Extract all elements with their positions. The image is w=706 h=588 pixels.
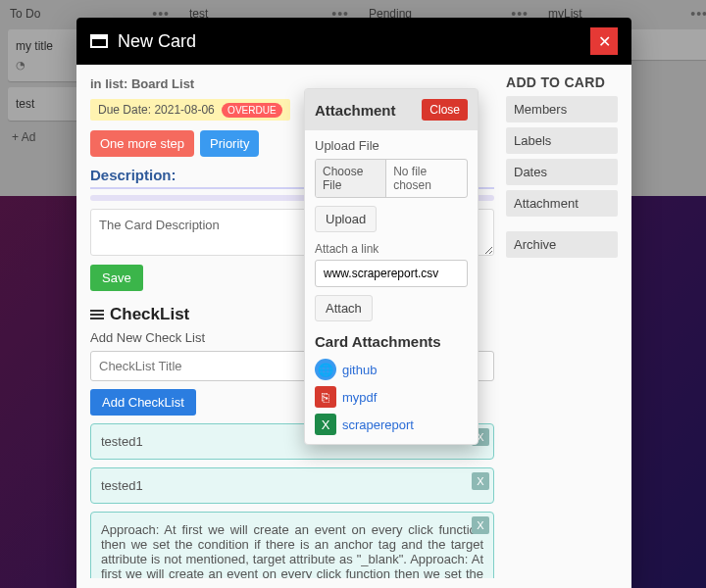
- checklist-item-text: Approach: At first we will create an eve…: [101, 522, 483, 578]
- save-button[interactable]: Save: [90, 265, 143, 291]
- attach-link-label: Attach a link: [315, 242, 468, 256]
- upload-button[interactable]: Upload: [315, 206, 377, 232]
- attachment-popover: Attachment Close Upload File Choose File…: [304, 88, 479, 445]
- delete-item-button[interactable]: X: [472, 472, 489, 490]
- popover-close-button[interactable]: Close: [422, 99, 468, 121]
- popover-title: Attachment: [315, 102, 396, 119]
- attachments-list-title: Card Attachments: [305, 333, 478, 350]
- attachment-link[interactable]: scrapereport: [342, 417, 414, 432]
- delete-item-button[interactable]: X: [472, 516, 489, 534]
- attach-button[interactable]: Attach: [315, 295, 373, 321]
- card-icon: [90, 34, 108, 48]
- attachment-row: ⎘ mypdf: [305, 383, 478, 411]
- choose-file-button[interactable]: Choose File: [316, 160, 386, 197]
- overdue-badge: OVERDUE: [222, 103, 281, 118]
- due-date-pill: Due Date: 2021-08-06 OVERDUE: [90, 99, 290, 121]
- sidebar-dates-button[interactable]: Dates: [506, 159, 618, 185]
- checklist-item[interactable]: tested1 X: [90, 467, 494, 504]
- modal-header: New Card ✕: [76, 18, 631, 65]
- add-checklist-button[interactable]: Add CheckList: [90, 389, 196, 416]
- attach-link-input[interactable]: [315, 260, 468, 287]
- sidebar-attachment-button[interactable]: Attachment: [506, 190, 618, 217]
- attachment-row: 🌐 github: [305, 356, 478, 383]
- attachment-row: X scrapereport: [305, 411, 478, 438]
- label-pill[interactable]: Priority: [200, 130, 259, 157]
- modal-close-button[interactable]: ✕: [590, 27, 618, 55]
- file-status: No file chosen: [386, 160, 467, 197]
- label-pill[interactable]: One more step: [90, 130, 194, 157]
- checklist-item-text: tested1: [101, 434, 143, 449]
- excel-icon: X: [315, 414, 336, 435]
- popover-header: Attachment Close: [305, 89, 478, 130]
- checklist-item-text: tested1: [101, 478, 143, 493]
- modal-title: New Card: [118, 31, 580, 52]
- sidebar-members-button[interactable]: Members: [506, 96, 618, 122]
- attachment-link[interactable]: mypdf: [342, 390, 377, 405]
- sidebar-archive-button[interactable]: Archive: [506, 231, 618, 258]
- file-input[interactable]: Choose File No file chosen: [315, 159, 468, 198]
- sidebar-heading: ADD TO CARD: [506, 74, 618, 90]
- list-icon: [90, 308, 104, 321]
- sidebar-labels-button[interactable]: Labels: [506, 127, 618, 154]
- upload-file-label: Upload File: [315, 138, 468, 153]
- attachment-link[interactable]: github: [342, 363, 377, 377]
- globe-icon: 🌐: [315, 359, 336, 380]
- modal-sidebar: ADD TO CARD Members Labels Dates Attachm…: [506, 74, 618, 578]
- pdf-icon: ⎘: [315, 386, 336, 408]
- checklist-item[interactable]: Approach: At first we will create an eve…: [90, 512, 494, 578]
